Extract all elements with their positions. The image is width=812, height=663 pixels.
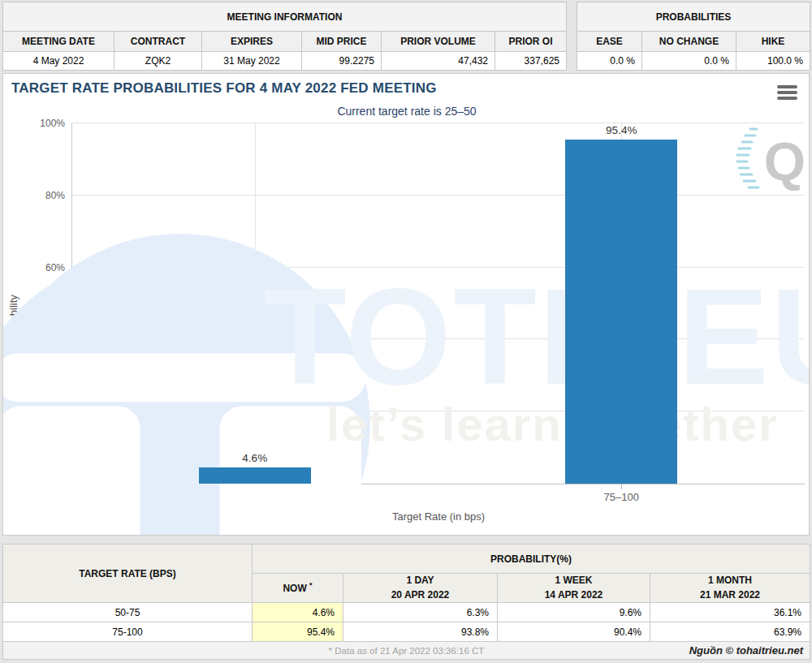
mid-price-value: 99.2275 xyxy=(302,52,382,71)
q-logo: Q xyxy=(732,121,807,202)
one-week-probability-cell: 90.4% xyxy=(498,622,650,642)
column-header-expires: EXPIRES xyxy=(202,32,302,52)
x-axis-line xyxy=(71,484,805,484)
bar-50-75[interactable] xyxy=(199,467,311,484)
column-header-meeting-date: MEETING DATE xyxy=(3,32,114,52)
y-axis-tick-label: 40% xyxy=(32,334,65,345)
meeting-information-header-row: MEETING DATE CONTRACT EXPIRES MID PRICE … xyxy=(3,32,567,52)
meeting-information-value-row: 4 May 2022 ZQK2 31 May 2022 99.2275 47,4… xyxy=(3,52,567,71)
x-axis-category-label: 75–100 xyxy=(572,491,670,503)
no-change-value: 0.0 % xyxy=(642,52,736,71)
hamburger-icon xyxy=(777,85,797,88)
column-header-ease: EASE xyxy=(577,32,642,52)
table-row: 50-75 4.6% 6.3% 9.6% 36.1% xyxy=(3,603,810,622)
gridline xyxy=(71,338,805,339)
now-probability-cell: 95.4% xyxy=(253,622,343,642)
chart-title: TARGET RATE PROBABILITIES FOR 4 MAY 2022… xyxy=(11,80,437,97)
bar-value-label: 95.4% xyxy=(565,124,677,136)
column-header-contract: CONTRACT xyxy=(114,32,202,52)
column-header-mid-price: MID PRICE xyxy=(302,32,382,52)
one-day-probability-cell: 6.3% xyxy=(343,603,498,622)
x-axis-tick xyxy=(621,484,622,489)
column-header-no-change: NO CHANGE xyxy=(642,32,736,52)
y-axis-tick-label: 100% xyxy=(32,118,65,129)
y-axis-tick-label: 80% xyxy=(32,190,65,201)
gridline xyxy=(71,123,805,123)
hike-value: 100.0 % xyxy=(736,52,810,71)
probability-group-header: PROBABILITY(%) xyxy=(253,545,810,574)
y-axis-title: Probability xyxy=(7,279,19,360)
probabilities-summary-table: PROBABILITIES EASE NO CHANGE HIKE 0.0 % … xyxy=(577,2,810,71)
meeting-information-title: MEETING INFORMATION xyxy=(3,2,567,32)
probability-history-table: TARGET RATE (BPS) PROBABILITY(%) NOW * 1… xyxy=(2,544,810,660)
now-probability-cell: 4.6% xyxy=(253,603,343,622)
now-column-header: NOW * xyxy=(253,574,343,603)
rate-column-header: TARGET RATE (BPS) xyxy=(3,545,253,603)
expires-value: 31 May 2022 xyxy=(202,52,302,71)
column-header-hike: HIKE xyxy=(736,32,810,52)
probabilities-title: PROBABILITIES xyxy=(577,2,810,32)
x-axis-tick xyxy=(255,484,256,489)
one-month-probability-cell: 36.1% xyxy=(650,603,810,622)
prior-oi-value: 337,625 xyxy=(495,52,567,71)
probabilities-value-row: 0.0 % 0.0 % 100.0 % xyxy=(577,52,810,71)
plot-area: 4.6%95.4% xyxy=(71,123,805,484)
q-logo-letter: Q xyxy=(764,131,806,192)
bar-value-label: 4.6% xyxy=(199,452,311,464)
gridline xyxy=(71,195,805,196)
one-day-column-header: 1 DAY20 APR 2022 xyxy=(343,574,498,603)
y-axis-tick-label: 0% xyxy=(32,478,65,489)
rate-range-cell: 50-75 xyxy=(3,603,253,622)
source-credit: Nguồn © tohaitrieu.net xyxy=(689,644,803,657)
contract-value: ZQK2 xyxy=(114,52,202,71)
rate-range-cell: 75-100 xyxy=(3,622,253,642)
column-header-prior-volume: PRIOR VOLUME xyxy=(382,32,495,52)
gridline xyxy=(255,123,256,484)
ease-value: 0.0 % xyxy=(577,52,642,71)
chart-subtitle: Current target rate is 25–50 xyxy=(3,105,810,118)
one-month-probability-cell: 63.9% xyxy=(650,622,810,642)
y-axis-tick-label: 60% xyxy=(32,262,65,273)
gridline xyxy=(71,267,805,268)
gridline xyxy=(71,411,805,411)
one-week-column-header: 1 WEEK14 APR 2022 xyxy=(498,574,650,603)
probabilities-header-row: EASE NO CHANGE HIKE xyxy=(577,32,810,52)
x-axis-category-label: 50–75 xyxy=(206,491,304,503)
y-axis-line xyxy=(71,123,72,484)
one-month-column-header: 1 MONTH21 MAR 2022 xyxy=(650,574,810,603)
chart-context-menu-button[interactable] xyxy=(777,85,798,100)
table-footer: * Data as of 21 Apr 2022 03:36:16 CT Ngu… xyxy=(3,642,810,660)
target-rate-chart-panel: TOTRIEU let’s learn together Q TARGET RA… xyxy=(2,73,810,536)
one-day-probability-cell: 93.8% xyxy=(343,622,498,642)
y-axis-tick-label: 20% xyxy=(32,406,65,417)
column-header-prior-oi: PRIOR OI xyxy=(495,32,567,52)
meeting-date-value: 4 May 2022 xyxy=(3,52,114,71)
bar-75-100[interactable] xyxy=(565,140,677,484)
x-axis-title: Target Rate (in bps) xyxy=(317,510,560,523)
one-week-probability-cell: 9.6% xyxy=(498,603,650,622)
meeting-information-table: MEETING INFORMATION MEETING DATE CONTRAC… xyxy=(2,2,567,71)
prior-volume-value: 47,432 xyxy=(382,52,495,71)
table-row: 75-100 95.4% 93.8% 90.4% 63.9% xyxy=(3,622,810,642)
